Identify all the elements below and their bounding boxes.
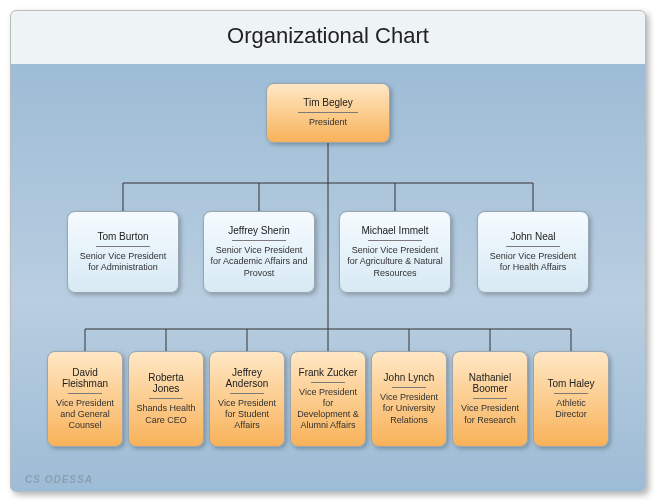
node-role: Vice President and General Counsel [54,395,116,432]
node-role: Senior Vice President for Academic Affai… [210,242,308,279]
node-role: Shands Health Care CEO [135,400,197,426]
node-name: Tom Burton [97,231,148,245]
node-l3-0: David Fleishman Vice President and Gener… [47,351,123,447]
node-l3-3: Frank Zucker Vice President for Developm… [290,351,366,447]
node-l2-0: Tom Burton Senior Vice President for Adm… [67,211,179,293]
node-name: John Lynch [384,372,435,386]
node-name: Frank Zucker [299,367,358,381]
node-name: John Neal [510,231,555,245]
node-role: Vice President for University Relations [378,389,440,426]
node-name: Tom Haley [547,378,594,392]
node-role: Vice President for Research [459,400,521,426]
node-role: Senior Vice President for Agriculture & … [346,242,444,279]
node-role: Senior Vice President for Health Affairs [484,248,582,274]
node-name: Tim Begley [303,97,353,111]
node-l2-2: Michael Immelt Senior Vice President for… [339,211,451,293]
node-l3-1: Roberta Jones Shands Health Care CEO [128,351,204,447]
node-name: Nathaniel Boomer [459,372,521,397]
watermark: CS ODESSA [25,474,93,485]
node-name: David Fleishman [54,367,116,392]
node-name: Jeffrey Sherin [228,225,290,239]
chart-title: Organizational Chart [11,23,645,49]
node-name: Michael Immelt [361,225,428,239]
node-role: Vice President for Development & Alumni … [297,384,359,432]
node-l3-4: John Lynch Vice President for University… [371,351,447,447]
node-role: Athletic Director [540,395,602,421]
node-l2-1: Jeffrey Sherin Senior Vice President for… [203,211,315,293]
node-role: Vice President for Student Affairs [216,395,278,432]
node-role: Senior Vice President for Administration [74,248,172,274]
node-name: Roberta Jones [135,372,197,397]
node-l3-6: Tom Haley Athletic Director [533,351,609,447]
node-role: President [309,114,347,128]
node-root: Tim Begley President [266,83,390,143]
node-name: Jeffrey Anderson [216,367,278,392]
node-l3-5: Nathaniel Boomer Vice President for Rese… [452,351,528,447]
node-l3-2: Jeffrey Anderson Vice President for Stud… [209,351,285,447]
org-chart-canvas: Organizational Chart Tim [10,10,646,492]
node-l2-3: John Neal Senior Vice President for Heal… [477,211,589,293]
